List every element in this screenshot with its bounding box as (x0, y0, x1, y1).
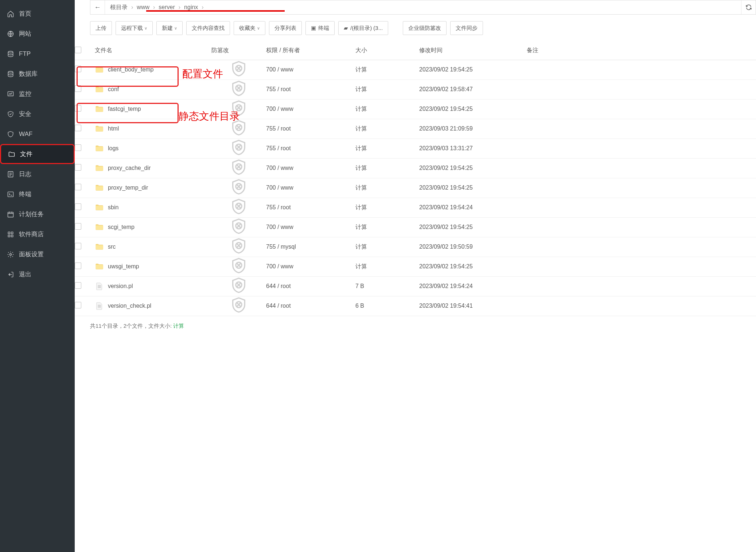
row-checkbox[interactable] (75, 263, 81, 269)
sidebar-item-security[interactable]: 安全 (0, 104, 75, 124)
tamper-shield-icon[interactable] (211, 93, 266, 99)
row-checkbox[interactable] (75, 144, 81, 151)
file-size[interactable]: 计算 (355, 79, 419, 99)
enterprise-tamper-button[interactable]: 企业级防篡改 (403, 21, 447, 35)
file-name[interactable]: version.pl (108, 283, 133, 289)
table-row[interactable]: client_body_temp 700 / www 计算 2023/09/02… (75, 60, 756, 79)
sidebar-item-settings[interactable]: 面板设置 (0, 244, 75, 264)
file-name[interactable]: logs (108, 145, 118, 152)
row-checkbox[interactable] (75, 243, 81, 249)
row-checkbox[interactable] (75, 105, 81, 112)
content-search-button[interactable]: 文件内容查找 (186, 21, 230, 35)
file-size[interactable]: 计算 (355, 99, 419, 119)
sidebar-item-appstore[interactable]: 软件商店 (0, 224, 75, 244)
monitor-icon (7, 90, 15, 98)
file-size[interactable]: 计算 (355, 198, 419, 217)
table-row[interactable]: proxy_cache_dir 700 / www 计算 2023/09/02 … (75, 158, 756, 178)
sidebar-item-ftp[interactable]: FTP (0, 44, 75, 64)
new-button[interactable]: 新建∨ (156, 21, 183, 35)
header-size[interactable]: 大小 (355, 42, 419, 60)
tamper-shield-icon[interactable] (211, 73, 266, 79)
row-checkbox[interactable] (75, 164, 81, 171)
file-sync-button[interactable]: 文件同步 (450, 21, 483, 35)
sidebar-item-terminal[interactable]: 终端 (0, 184, 75, 204)
table-row[interactable]: proxy_temp_dir 700 / www 计算 2023/09/02 1… (75, 178, 756, 198)
file-size[interactable]: 计算 (355, 60, 419, 79)
tamper-shield-icon[interactable] (211, 112, 266, 118)
breadcrumb-server[interactable]: server (156, 4, 177, 11)
file-name[interactable]: sbin (108, 204, 118, 211)
tamper-shield-icon[interactable] (211, 289, 266, 296)
log-icon (7, 170, 15, 178)
table-row[interactable]: version_check.pl 644 / root 6 B 2023/09/… (75, 296, 756, 316)
sidebar-item-monitor[interactable]: 监控 (0, 84, 75, 104)
file-name[interactable]: version_check.pl (108, 303, 151, 309)
tamper-shield-icon[interactable] (211, 132, 266, 138)
tamper-shield-icon[interactable] (211, 250, 266, 256)
tamper-shield-icon[interactable] (211, 191, 266, 197)
refresh-button[interactable] (741, 0, 756, 14)
table-row[interactable]: uwsgi_temp 700 / www 计算 2023/09/02 19:54… (75, 257, 756, 276)
tamper-shield-icon[interactable] (211, 152, 266, 158)
select-all-checkbox[interactable] (75, 47, 81, 53)
sidebar-item-database[interactable]: 数据库 (0, 64, 75, 84)
sidebar-item-cron[interactable]: 计划任务 (0, 204, 75, 224)
back-button[interactable]: ← (90, 0, 105, 14)
breadcrumb-root[interactable]: 根目录 (108, 4, 130, 11)
file-size[interactable]: 计算 (355, 158, 419, 178)
sidebar-item-exit[interactable]: 退出 (0, 264, 75, 284)
file-size[interactable]: 计算 (355, 257, 419, 276)
row-checkbox[interactable] (75, 203, 81, 210)
tamper-shield-icon[interactable] (211, 270, 266, 276)
remote-download-button[interactable]: 远程下载∨ (116, 21, 153, 35)
sidebar-item-waf[interactable]: WAF (0, 124, 75, 144)
file-name[interactable]: uwsgi_temp (108, 263, 139, 270)
row-checkbox[interactable] (75, 302, 81, 308)
file-name[interactable]: scgi_temp (108, 224, 135, 230)
row-checkbox[interactable] (75, 223, 81, 230)
upload-button[interactable]: 上传 (90, 21, 112, 35)
file-name[interactable]: client_body_temp (108, 66, 153, 73)
table-row[interactable]: scgi_temp 700 / www 计算 2023/09/02 19:54:… (75, 217, 756, 237)
sidebar-item-files[interactable]: 文件 (0, 144, 75, 164)
favorites-button[interactable]: 收藏夹∨ (234, 21, 265, 35)
row-checkbox[interactable] (75, 282, 81, 289)
terminal-button[interactable]: ▣终端 (305, 21, 335, 35)
table-row[interactable]: src 755 / mysql 计算 2023/09/02 19:50:59 (75, 237, 756, 257)
header-mtime[interactable]: 修改时间 (419, 42, 527, 60)
file-name[interactable]: fastcgi_temp (108, 106, 141, 112)
file-name[interactable]: proxy_cache_dir (108, 165, 151, 171)
table-row[interactable]: logs 755 / root 计算 2023/09/03 13:31:27 (75, 139, 756, 158)
breadcrumb-www[interactable]: www (135, 4, 152, 11)
root-path-button[interactable]: ▰/(根目录) (3... (338, 21, 388, 35)
table-row[interactable]: html 755 / root 计算 2023/09/03 21:09:59 (75, 119, 756, 139)
sidebar-item-logs[interactable]: 日志 (0, 164, 75, 184)
row-checkbox[interactable] (75, 85, 81, 92)
tamper-shield-icon[interactable] (211, 309, 266, 315)
row-checkbox[interactable] (75, 66, 81, 72)
file-size[interactable]: 计算 (355, 119, 419, 139)
row-checkbox[interactable] (75, 184, 81, 190)
share-list-button[interactable]: 分享列表 (269, 21, 302, 35)
table-row[interactable]: fastcgi_temp 700 / www 计算 2023/09/02 19:… (75, 99, 756, 119)
file-name[interactable]: src (108, 244, 116, 250)
tamper-shield-icon[interactable] (211, 171, 266, 178)
file-name[interactable]: proxy_temp_dir (108, 184, 148, 191)
file-name[interactable]: html (108, 125, 119, 132)
file-size[interactable]: 计算 (355, 217, 419, 237)
sidebar-item-home[interactable]: 首页 (0, 4, 75, 24)
file-size[interactable]: 计算 (355, 178, 419, 198)
breadcrumb-nginx[interactable]: nginx (182, 4, 200, 11)
tamper-shield-icon[interactable] (211, 211, 266, 217)
table-row[interactable]: conf 755 / root 计算 2023/09/02 19:58:47 (75, 79, 756, 99)
header-filename[interactable]: 文件名 (95, 42, 211, 60)
file-name[interactable]: conf (108, 86, 119, 93)
sidebar-item-website[interactable]: 网站 (0, 24, 75, 44)
file-size[interactable]: 计算 (355, 237, 419, 257)
row-checkbox[interactable] (75, 125, 81, 131)
table-row[interactable]: version.pl 644 / root 7 B 2023/09/02 19:… (75, 276, 756, 296)
footer-calc-link[interactable]: 计算 (173, 323, 184, 329)
file-size[interactable]: 计算 (355, 139, 419, 158)
tamper-shield-icon[interactable] (211, 230, 266, 237)
table-row[interactable]: sbin 755 / root 计算 2023/09/02 19:54:24 (75, 198, 756, 217)
